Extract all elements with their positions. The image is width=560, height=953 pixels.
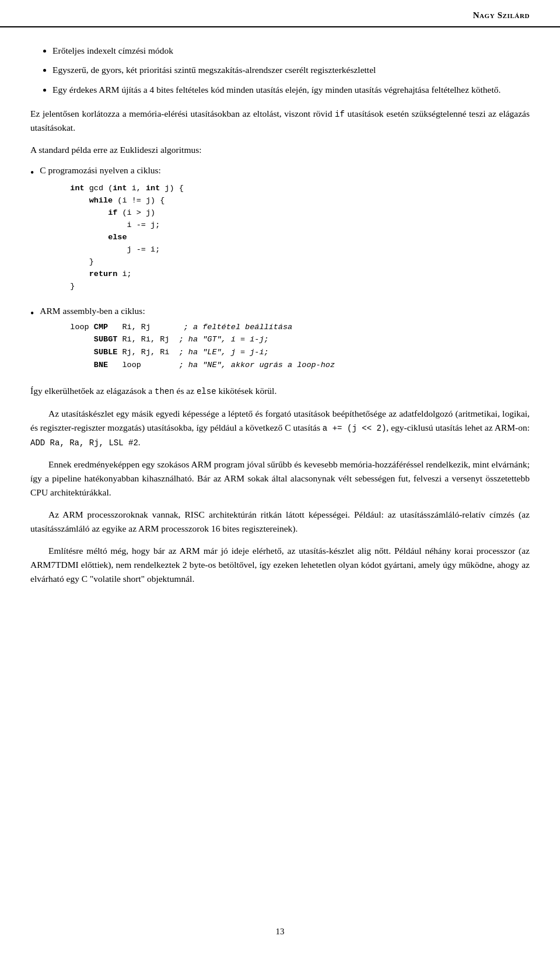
list-item: Egy érdekes ARM újítás a 4 bites feltéte… bbox=[52, 83, 530, 96]
c-section: • C programozási nyelven a ciklus: int g… bbox=[30, 165, 530, 299]
arm-content: ARM assembly-ben a ciklus: loop CMP Ri, … bbox=[40, 306, 530, 376]
page: Nagy Szilárd Erőteljes indexelt címzési … bbox=[0, 0, 560, 953]
paragraph-1: Ez jelentősen korlátozza a memória-eléré… bbox=[30, 107, 530, 135]
bullet-dot: • bbox=[30, 166, 34, 180]
paragraph-3: Az utasításkészlet egy másik egyedi képe… bbox=[30, 407, 530, 449]
main-content: Erőteljes indexelt címzési módok Egyszer… bbox=[0, 44, 560, 629]
page-header: Nagy Szilárd bbox=[0, 0, 560, 27]
standard-label: A standard példa erre az Euklideszi algo… bbox=[30, 143, 530, 157]
arm-section: • ARM assembly-ben a ciklus: loop CMP Ri… bbox=[30, 306, 530, 376]
asm-code-block: loop CMP Ri, Rj ; a feltétel beállítása … bbox=[70, 321, 530, 371]
list-item: Egyszerű, de gyors, két prioritási szint… bbox=[52, 63, 530, 76]
page-number: 13 bbox=[0, 927, 560, 937]
paragraph-4: Ennek eredményeképpen egy szokásos ARM p… bbox=[30, 458, 530, 500]
header-title: Nagy Szilárd bbox=[473, 11, 530, 20]
arm-label: ARM assembly-ben a ciklus: bbox=[40, 306, 145, 316]
paragraph-6: Említésre méltó még, hogy bár az ARM már… bbox=[30, 544, 530, 586]
list-item: Erőteljes indexelt címzési módok bbox=[52, 44, 530, 57]
bullet-dot-arm: • bbox=[30, 307, 34, 320]
paragraph-2: Így elkerülhetőek az elágazások a then é… bbox=[30, 384, 530, 399]
c-label: C programozási nyelven a ciklus: bbox=[40, 165, 160, 175]
paragraph-5: Az ARM processzoroknak vannak, RISC arch… bbox=[30, 508, 530, 536]
c-code-block: int gcd (int i, int j) { while (i != j) … bbox=[70, 183, 530, 292]
c-content: C programozási nyelven a ciklus: int gcd… bbox=[40, 165, 530, 299]
intro-bullet-list: Erőteljes indexelt címzési módok Egyszer… bbox=[30, 44, 530, 96]
